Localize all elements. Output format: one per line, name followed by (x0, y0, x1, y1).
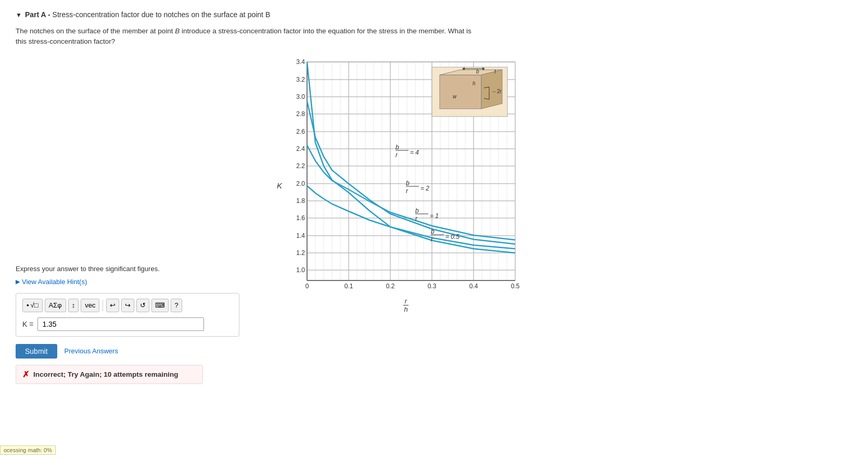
svg-text:1.4: 1.4 (296, 232, 305, 239)
svg-text:0.1: 0.1 (344, 283, 353, 290)
svg-text:0.5: 0.5 (511, 283, 520, 290)
redo-icon: ↪ (125, 301, 131, 309)
chart-svg: 3.4 3.2 3.0 2.8 2.6 2.4 2.2 2.0 1.8 1.6 … (286, 57, 526, 296)
svg-text:= 0.5: = 0.5 (445, 233, 459, 240)
incorrect-x-icon: ✗ (22, 369, 29, 379)
help-icon: ? (174, 301, 178, 309)
math-toolbar: ▪ √□ AΣφ ↕ vec ↩ (22, 299, 233, 312)
svg-text:b: b (431, 228, 435, 235)
help-btn[interactable]: ? (171, 299, 182, 312)
keyboard-btn[interactable]: ⌨ (151, 299, 169, 312)
chart-wrapper: K (286, 57, 526, 314)
svg-text:0.3: 0.3 (428, 283, 437, 290)
collapse-arrow-icon[interactable]: ▼ (16, 11, 22, 19)
content-area: Express your answer to three significant… (16, 57, 852, 384)
svg-text:1.6: 1.6 (296, 214, 305, 222)
x-axis-numerator: r (403, 297, 409, 306)
part-dash: - (46, 10, 52, 19)
greek-letters-btn[interactable]: AΣφ (45, 299, 66, 312)
hint-label: View Available Hint(s) (22, 278, 87, 286)
question-text: The notches on the surface of the member… (16, 26, 484, 47)
left-panel: Express your answer to three significant… (16, 57, 265, 384)
svg-text:3.0: 3.0 (296, 93, 305, 100)
feedback-text: Incorrect; Try Again; 10 attempts remain… (33, 370, 178, 378)
question-body: The notches on the surface of the member… (16, 27, 471, 45)
svg-text:2.0: 2.0 (296, 180, 305, 187)
submit-row: Submit Previous Answers (16, 344, 265, 359)
x-axis-denominator: h (402, 305, 409, 314)
answer-input[interactable] (37, 317, 204, 331)
sig-figs-note: Express your answer to three significant… (16, 265, 265, 273)
y-axis-label: K (277, 181, 282, 189)
svg-text:0.4: 0.4 (469, 283, 478, 290)
svg-text:h: h (473, 81, 476, 86)
svg-text:b: b (415, 207, 419, 214)
svg-text:3.4: 3.4 (296, 58, 305, 66)
svg-text:2.2: 2.2 (296, 162, 305, 170)
hint-arrow-icon: ▶ (16, 278, 20, 285)
keyboard-icon: ⌨ (155, 301, 165, 309)
x-axis-fraction-label: r h (286, 297, 526, 314)
svg-text:= 4: = 4 (410, 149, 419, 156)
math-symbol-label: ▪ (27, 301, 29, 309)
svg-text:w: w (453, 94, 457, 99)
svg-text:b: b (395, 144, 399, 151)
k-label: K = (22, 320, 33, 328)
input-row: K = (22, 317, 233, 331)
previous-answers-link[interactable]: Previous Answers (65, 347, 118, 355)
part-title: Part A - Stress-concentration factor due… (25, 10, 270, 19)
svg-text:←2r: ←2r (492, 88, 502, 94)
svg-text:1.0: 1.0 (296, 266, 305, 274)
math-symbol-btn[interactable]: ▪ √□ (22, 299, 43, 312)
redo-btn[interactable]: ↪ (121, 299, 134, 312)
part-description: Stress-concentration factor due to notch… (53, 10, 271, 19)
greek-label: AΣφ (49, 301, 62, 309)
svg-text:0: 0 (305, 283, 309, 290)
page-container: ▼ Part A - Stress-concentration factor d… (0, 0, 868, 460)
svg-text:2.6: 2.6 (296, 128, 305, 135)
vector-label: vec (85, 301, 95, 309)
svg-text:0.2: 0.2 (386, 283, 395, 290)
processing-math-indicator: ocessing math: 0% (0, 445, 56, 455)
answer-box: ▪ √□ AΣφ ↕ vec ↩ (16, 293, 239, 337)
toolbar-separator (103, 300, 103, 311)
part-header: ▼ Part A - Stress-concentration factor d… (16, 10, 852, 19)
hint-link[interactable]: ▶ View Available Hint(s) (16, 278, 265, 286)
part-letter: Part A (25, 10, 46, 19)
svg-text:3.2: 3.2 (296, 76, 305, 83)
svg-text:b: b (406, 180, 410, 187)
undo-icon: ↩ (110, 301, 116, 309)
svg-text:b: b (476, 69, 479, 74)
svg-text:= 1: = 1 (430, 212, 439, 220)
svg-text:1.8: 1.8 (296, 197, 305, 205)
chart-panel: K (286, 57, 526, 314)
svg-text:2.8: 2.8 (296, 110, 305, 118)
vector-btn[interactable]: vec (81, 299, 99, 312)
svg-text:= 2: = 2 (420, 185, 429, 192)
fraction-btn[interactable]: ↕ (68, 299, 79, 312)
undo-btn[interactable]: ↩ (106, 299, 119, 312)
chart-svg-container: K (286, 57, 526, 314)
fraction-icon: ↕ (72, 301, 75, 309)
feedback-box: ✗ Incorrect; Try Again; 10 attempts rema… (16, 365, 203, 384)
svg-text:1.2: 1.2 (296, 249, 305, 257)
reset-icon: ↺ (140, 301, 146, 309)
submit-button[interactable]: Submit (16, 344, 57, 359)
svg-text:2.4: 2.4 (296, 145, 305, 152)
reset-btn[interactable]: ↺ (136, 299, 149, 312)
sqrt-label: √□ (31, 301, 39, 309)
svg-rect-93 (440, 75, 481, 109)
